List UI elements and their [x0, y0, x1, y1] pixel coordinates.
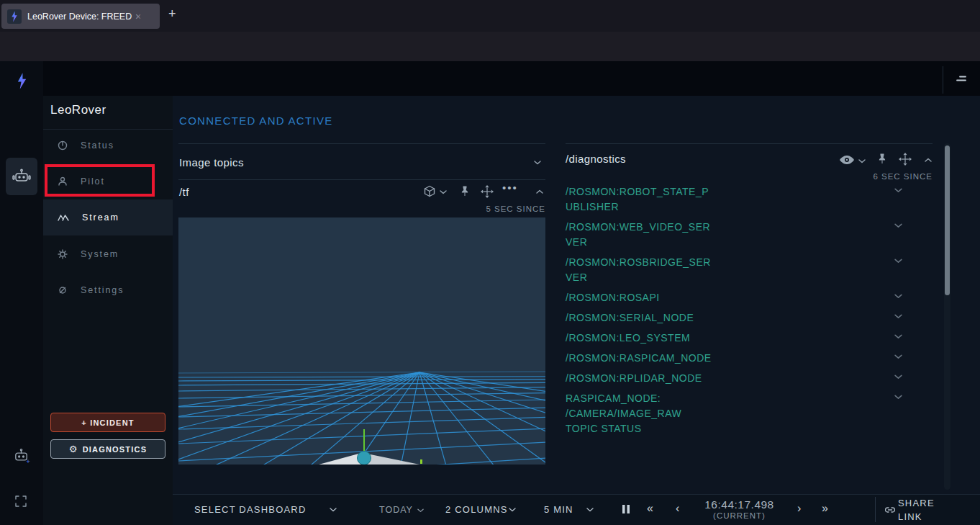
- device-robot-tab[interactable]: [6, 158, 37, 195]
- new-tab-button[interactable]: +: [168, 6, 176, 22]
- chevron-down-icon[interactable]: [534, 161, 541, 165]
- device-name: LeoRover: [50, 103, 106, 117]
- freedom-logo-icon[interactable]: [16, 72, 28, 90]
- diagnostic-row[interactable]: /ROSMON:ROSAPI: [566, 290, 902, 305]
- sidebar-item-status[interactable]: Status: [43, 127, 173, 163]
- select-dashboard-dropdown[interactable]: SELECT DASHBOARD: [194, 504, 307, 515]
- diagnostic-row[interactable]: /ROSMON:LEO_SYSTEM: [566, 331, 902, 346]
- bottombar-divider: [875, 497, 876, 522]
- diagnostic-topic: /ROSMON:ROBOT_STATE_PUBLISHER: [566, 184, 713, 215]
- topbar-divider: [943, 66, 943, 94]
- seek-start-button[interactable]: «: [647, 502, 653, 515]
- move-icon[interactable]: [899, 153, 912, 166]
- tf-panel-title: /tf: [179, 186, 189, 198]
- sidebar-item-system[interactable]: System: [43, 236, 173, 272]
- timestamp-value: 16:44:17.498: [691, 498, 788, 511]
- timestamp-mode: (CURRENT): [691, 511, 788, 520]
- seek-end-button[interactable]: »: [822, 502, 828, 515]
- share-link-line2: LINK: [898, 511, 935, 522]
- sidebar-item-label: Stream: [82, 212, 119, 223]
- move-icon[interactable]: [481, 185, 494, 198]
- browser-tab-bar: LeoRover Device: FREED × +: [0, 0, 980, 32]
- chevron-down-icon[interactable]: [894, 223, 902, 228]
- pin-icon[interactable]: [460, 186, 469, 197]
- grid-lines: [178, 372, 545, 465]
- screen: LeoRover Device: FREED × + ← → ↻: [0, 0, 980, 525]
- diagnostics-button-label: DIAGNOSTICS: [83, 445, 148, 454]
- lightning-favicon-icon: [10, 11, 19, 22]
- sidebar-item-stream[interactable]: Stream: [43, 199, 173, 235]
- diagnostic-row[interactable]: /ROSMON:ROSBRIDGE_SERVER: [566, 255, 902, 285]
- diagnostic-row[interactable]: /ROSMON:RPLIDAR_NODE: [566, 371, 902, 386]
- image-topics-dropdown-label[interactable]: Image topics: [179, 156, 244, 169]
- divider: [178, 143, 545, 144]
- diagnostic-row[interactable]: /ROSMON:WEB_VIDEO_SERVER: [566, 220, 902, 250]
- pause-button[interactable]: [622, 504, 630, 514]
- favicon-tile: [7, 9, 22, 24]
- diagnostics-since-label: 6 SEC SINCE: [825, 172, 933, 181]
- diagnostic-topic: /ROSMON:SERIAL_NODE: [566, 310, 713, 326]
- diagnostic-row[interactable]: /ROSMON:ROBOT_STATE_PUBLISHER: [566, 184, 902, 215]
- chevron-down-icon[interactable]: [894, 334, 902, 339]
- app-rail: +: [0, 61, 43, 525]
- chevron-up-icon[interactable]: [925, 158, 932, 162]
- seek-back-button[interactable]: ‹: [676, 502, 679, 515]
- chevron-down-icon[interactable]: [894, 188, 902, 193]
- waves-icon: [58, 213, 69, 222]
- share-link-button[interactable]: SHARE LINK: [898, 498, 935, 522]
- diagnostic-topic: /ROSMON:ROSAPI: [566, 290, 713, 305]
- sidebar-item-label: Settings: [81, 285, 124, 295]
- chevron-down-icon[interactable]: [417, 508, 424, 513]
- chevron-down-icon[interactable]: [894, 395, 902, 400]
- diagnostic-row[interactable]: RASPICAM_NODE: /CAMERA/IMAGE_RAW TOPIC S…: [566, 391, 902, 436]
- diagnostic-row[interactable]: /ROSMON:RASPICAM_NODE: [566, 351, 902, 366]
- diagnostics-list: /ROSMON:ROBOT_STATE_PUBLISHER /ROSMON:WE…: [566, 184, 902, 441]
- share-link-line1: SHARE: [898, 498, 935, 508]
- seek-forward-button[interactable]: ›: [797, 502, 801, 515]
- connection-status-banner: CONNECTED AND ACTIVE: [179, 115, 333, 127]
- diagnostic-topic: /ROSMON:LEO_SYSTEM: [566, 331, 713, 346]
- interval-dropdown[interactable]: 5 MIN: [544, 504, 573, 515]
- chevron-down-icon[interactable]: [894, 374, 902, 380]
- scrollbar-thumb[interactable]: [945, 145, 950, 295]
- app-top-bar: [43, 61, 980, 96]
- tf-since-label: 5 SEC SINCE: [437, 205, 545, 213]
- chevron-down-icon[interactable]: [894, 314, 902, 319]
- date-range-dropdown[interactable]: TODAY: [379, 505, 413, 515]
- robot-icon: [12, 169, 32, 184]
- chevron-down-icon[interactable]: [509, 508, 516, 512]
- sidebar-item-settings[interactable]: Settings: [43, 272, 173, 308]
- chevron-down-icon[interactable]: [330, 508, 337, 512]
- diagnostic-row[interactable]: /ROSMON:SERIAL_NODE: [566, 310, 902, 326]
- diagnostic-topic: /ROSMON:WEB_VIDEO_SERVER: [566, 220, 713, 250]
- circle-slash-icon: [58, 285, 68, 295]
- pin-icon[interactable]: [878, 153, 886, 164]
- link-icon: [885, 507, 895, 513]
- chevron-down-icon[interactable]: [894, 259, 902, 264]
- browser-tab[interactable]: LeoRover Device: FREED ×: [1, 4, 160, 29]
- incident-button[interactable]: + INCIDENT: [50, 413, 165, 432]
- chevron-down-icon[interactable]: [858, 159, 866, 163]
- chevron-up-icon[interactable]: [536, 189, 543, 194]
- chevron-down-icon[interactable]: [894, 294, 902, 299]
- add-robot-icon[interactable]: +: [12, 448, 32, 465]
- tf-3d-viewport[interactable]: [178, 217, 545, 465]
- 3d-cube-icon[interactable]: [423, 185, 436, 198]
- sidebar-item-label: Status: [81, 140, 114, 151]
- gear-icon: [58, 249, 68, 259]
- more-options-icon[interactable]: •••: [502, 181, 518, 194]
- chevron-down-icon[interactable]: [440, 190, 447, 194]
- chevron-down-icon[interactable]: [894, 354, 902, 359]
- diagnostic-topic: /ROSMON:ROSBRIDGE_SERVER: [566, 255, 713, 285]
- panel-toggle-icon[interactable]: [955, 75, 966, 82]
- eye-icon[interactable]: [839, 155, 855, 165]
- columns-dropdown[interactable]: 2 COLUMNS: [445, 504, 508, 515]
- tab-title: LeoRover Device: FREED: [27, 12, 134, 22]
- divider: [178, 179, 545, 180]
- gears-icon: ⚙: [69, 444, 78, 454]
- chevron-down-icon[interactable]: [586, 508, 594, 512]
- fullscreen-expand-icon[interactable]: [15, 495, 27, 507]
- diagnostics-button[interactable]: ⚙ DIAGNOSTICS: [50, 439, 165, 459]
- tf-grid-svg: [178, 217, 545, 465]
- diagnostic-topic: RASPICAM_NODE: /CAMERA/IMAGE_RAW TOPIC S…: [566, 391, 713, 436]
